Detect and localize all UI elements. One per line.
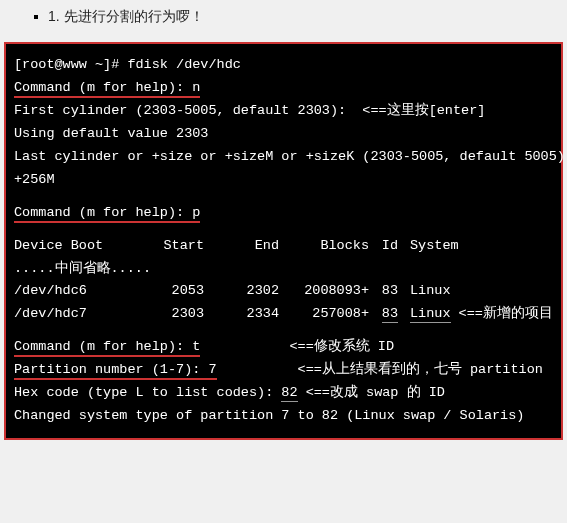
hex-code-line: Hex code (type L to list codes): 82 <==改… bbox=[14, 382, 553, 405]
cmd3-label: Command (m for help): bbox=[14, 339, 192, 354]
r1-start: 2053 bbox=[129, 280, 204, 303]
table-row: /dev/hdc7 2303 2334 257008+ 83 Linux <==… bbox=[14, 303, 553, 326]
intro-section: 1. 先进行分割的行为啰！ bbox=[0, 0, 567, 34]
blank-line bbox=[14, 225, 553, 235]
prompt-line: [root@www ~]# fdisk /dev/hdc bbox=[14, 54, 553, 77]
hdr-end: End bbox=[204, 235, 279, 258]
bullet-item: 1. 先进行分割的行为啰！ bbox=[16, 8, 551, 26]
r1-blocks: 2008093+ bbox=[279, 280, 369, 303]
r2-start: 2303 bbox=[129, 303, 204, 326]
partnum-label: Partition number (1-7): bbox=[14, 362, 208, 377]
partnum-note: <==从上结果看到的，七号 partition bbox=[217, 362, 543, 377]
cmd2-label: Command (m for help): bbox=[14, 205, 192, 220]
r2-system: Linux <==新增的项目 bbox=[404, 303, 553, 326]
hex-label: Hex code (type L to list codes): bbox=[14, 385, 281, 400]
partition-number-line: Partition number (1-7): 7 <==从上结果看到的，七号 … bbox=[14, 359, 553, 382]
r1-end: 2302 bbox=[204, 280, 279, 303]
r1-id: 83 bbox=[369, 280, 404, 303]
partnum-input: 7 bbox=[208, 362, 216, 377]
table-header: Device Boot Start End Blocks Id System bbox=[14, 235, 553, 258]
hdr-start: Start bbox=[129, 235, 204, 258]
cmd1-label: Command (m for help): bbox=[14, 80, 192, 95]
r2-device: /dev/hdc7 bbox=[14, 303, 129, 326]
bullet-icon bbox=[34, 15, 38, 19]
terminal-window: [root@www ~]# fdisk /dev/hdc Command (m … bbox=[4, 42, 563, 440]
r2-note: <==新增的项目 bbox=[451, 306, 553, 321]
r1-device: /dev/hdc6 bbox=[14, 280, 129, 303]
last-cylinder-line-1: Last cylinder or +size or +sizeM or +siz… bbox=[14, 146, 553, 169]
hdr-id: Id bbox=[369, 235, 404, 258]
command-line-p: Command (m for help): p bbox=[14, 202, 553, 225]
command-line-t: Command (m for help): t <==修改系统 ID bbox=[14, 336, 553, 359]
r1-system: Linux bbox=[404, 280, 451, 303]
table-row: /dev/hdc6 2053 2302 2008093+ 83 Linux bbox=[14, 280, 553, 303]
bullet-text: 1. 先进行分割的行为啰！ bbox=[48, 8, 204, 26]
command-line-n: Command (m for help): n bbox=[14, 77, 553, 100]
hdr-device: Device Boot bbox=[14, 235, 129, 258]
blank-line bbox=[14, 326, 553, 336]
omit-line: .....中间省略..... bbox=[14, 258, 553, 281]
blank-line bbox=[14, 192, 553, 202]
r2-id: 83 bbox=[369, 303, 404, 326]
hdr-blocks: Blocks bbox=[279, 235, 369, 258]
cmd1-input: n bbox=[192, 80, 200, 95]
hex-note: <==改成 swap 的 ID bbox=[298, 385, 445, 400]
last-cylinder-line-2: +256M bbox=[14, 169, 553, 192]
r2-blocks: 257008+ bbox=[279, 303, 369, 326]
r2-end: 2334 bbox=[204, 303, 279, 326]
cmd3-note: <==修改系统 ID bbox=[200, 339, 394, 354]
changed-line: Changed system type of partition 7 to 82… bbox=[14, 405, 553, 428]
hex-input: 82 bbox=[281, 385, 297, 402]
hdr-system: System bbox=[404, 235, 459, 258]
using-default-line: Using default value 2303 bbox=[14, 123, 553, 146]
first-cylinder-line: First cylinder (2303-5005, default 2303)… bbox=[14, 100, 553, 123]
cmd2-input: p bbox=[192, 205, 200, 220]
